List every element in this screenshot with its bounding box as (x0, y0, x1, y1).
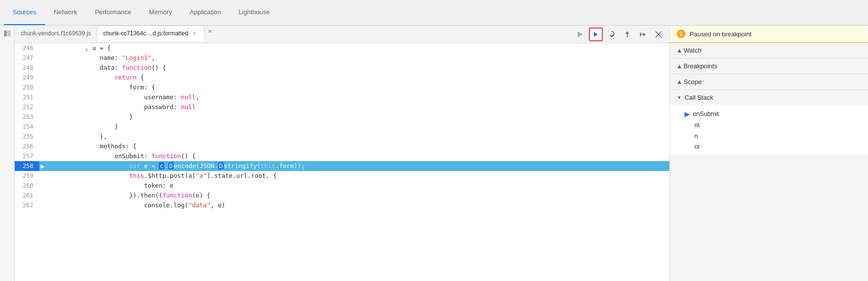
step-out-button[interactable] (620, 28, 634, 41)
line-num-251: 251 (15, 92, 39, 102)
tab-lighthouse[interactable]: Lighthouse (230, 0, 279, 25)
code-area[interactable]: 246 , u = { 247 name: "Login1", 248 data… (15, 43, 669, 281)
code-content-252: password: null (46, 102, 196, 112)
call-stack-item-1[interactable]: nt (685, 120, 861, 131)
code-line-259: 259 this.$http.post(a["a"].state.url.roo… (15, 171, 669, 181)
main-layout: chunk-vendors.f1c69639.js chunk-cc71364c… (0, 26, 868, 281)
call-stack-chevron: ▼ (677, 95, 682, 100)
file-tab-vendors-label: chunk-vendors.f1c69639.js (21, 30, 91, 37)
code-content-262: console.log("data", e) (46, 200, 225, 210)
deactivate-breakpoints-button[interactable] (652, 28, 665, 41)
info-icon: i (677, 29, 686, 38)
scope-header[interactable]: ▶ Scope (670, 74, 868, 89)
file-tab-vendors[interactable]: chunk-vendors.f1c69639.js (15, 26, 97, 41)
tab-sources[interactable]: Sources (4, 0, 45, 25)
code-line-249: 249 return { (15, 73, 669, 83)
code-content-255: }, (46, 132, 107, 141)
svg-marker-3 (594, 32, 598, 37)
line-num-262: 262 (15, 200, 39, 210)
svg-rect-1 (7, 30, 11, 36)
code-content-256: methods: { (46, 141, 137, 151)
code-line-247: 247 name: "Login1", (15, 53, 669, 63)
code-line-261: 261 }).then((function(e) { (15, 191, 669, 200)
code-content-246: , u = { (46, 43, 111, 53)
file-tab-formatted-label: chunk-cc71364c....d.js:formatted (103, 30, 188, 37)
code-line-262: 262 console.log("data", e) (15, 200, 669, 210)
line-num-252: 252 (15, 102, 39, 112)
call-stack-item-0[interactable]: ▶ onSubmit (685, 108, 861, 120)
code-line-254: 254 } (15, 122, 669, 132)
file-tab-formatted[interactable]: chunk-cc71364c....d.js:formatted × (97, 26, 204, 41)
tab-application[interactable]: Application (181, 0, 230, 25)
call-stack-item-2[interactable]: n (685, 131, 861, 141)
code-content-258: var e = c.Dencode(JSON.Dstringify(this.f… (46, 161, 305, 171)
call-stack-arrow-0: ▶ (685, 110, 690, 118)
bp-258: ▶ (39, 161, 46, 171)
step-into-button[interactable] (605, 28, 618, 41)
top-nav: Sources Network Performance Memory Appli… (0, 0, 868, 26)
line-num-261: 261 (15, 191, 39, 200)
call-stack-item-3[interactable]: nt (685, 141, 861, 152)
code-line-255: 255 }, (15, 132, 669, 141)
breakpoints-label: Breakpoints (684, 62, 717, 70)
tab-memory[interactable]: Memory (140, 0, 181, 25)
call-stack-content: ▶ onSubmit nt n nt (670, 105, 868, 155)
line-num-255: 255 (15, 132, 39, 141)
line-num-256: 256 (15, 141, 39, 151)
center-panel: chunk-vendors.f1c69639.js chunk-cc71364c… (15, 26, 669, 281)
line-num-253: 253 (15, 112, 39, 122)
code-content-254: } (46, 122, 118, 132)
line-num-250: 250 (15, 83, 39, 92)
tabs-and-toolbar: chunk-vendors.f1c69639.js chunk-cc71364c… (15, 26, 669, 43)
line-num-246: 246 (15, 43, 39, 53)
code-line-257: 257 onSubmit: function() { (15, 151, 669, 161)
close-tab-icon[interactable]: × (191, 30, 198, 37)
code-content-253: } (46, 112, 133, 122)
tab-network[interactable]: Network (45, 0, 86, 25)
call-stack-header[interactable]: ▼ Call Stack (670, 90, 868, 105)
code-content-257: onSubmit: function() { (46, 151, 196, 161)
watch-label: Watch (684, 47, 701, 54)
more-tabs-button[interactable]: » (204, 26, 216, 43)
svg-rect-0 (4, 30, 7, 36)
paused-notice-text: Paused on breakpoint (689, 30, 751, 38)
paused-notice: i Paused on breakpoint (670, 26, 868, 43)
line-num-259: 259 (15, 171, 39, 181)
call-stack-label-3: nt (685, 143, 699, 150)
resume-icon[interactable] (573, 28, 587, 41)
watch-chevron: ▶ (676, 49, 682, 53)
code-line-251: 251 username: null, (15, 92, 669, 102)
code-content-247: name: "Login1", (46, 53, 155, 63)
watch-header[interactable]: ▶ Watch (670, 43, 868, 58)
step-over-button[interactable] (589, 28, 603, 41)
code-line-258: 258 ▶ var e = c.Dencode(JSON.Dstringify(… (15, 161, 669, 171)
code-line-246: 246 , u = { (15, 43, 669, 53)
line-num-249: 249 (15, 73, 39, 83)
scope-chevron: ▶ (676, 80, 682, 84)
watch-section: ▶ Watch (670, 43, 868, 58)
line-num-258: 258 (15, 161, 39, 171)
tab-performance[interactable]: Performance (86, 0, 140, 25)
line-num-260: 260 (15, 181, 39, 191)
code-content-260: token: e (46, 181, 174, 191)
breakpoints-header[interactable]: ▶ Breakpoints (670, 58, 868, 74)
code-line-248: 248 data: function() { (15, 63, 669, 73)
line-num-257: 257 (15, 151, 39, 161)
call-stack-label-0: onSubmit (693, 111, 719, 117)
debug-toolbar (569, 28, 669, 41)
right-panel: i Paused on breakpoint ▶ Watch ▶ Breakpo… (669, 26, 868, 281)
tabs-area: chunk-vendors.f1c69639.js chunk-cc71364c… (15, 26, 569, 43)
svg-marker-2 (578, 31, 583, 37)
code-content-251: username: null, (46, 92, 200, 102)
code-line-260: 260 token: e (15, 181, 669, 191)
call-stack-label-2: n (685, 133, 698, 140)
line-num-247: 247 (15, 53, 39, 63)
line-num-248: 248 (15, 63, 39, 73)
toggle-sidebar-icon[interactable] (3, 29, 11, 37)
scope-section: ▶ Scope (670, 74, 868, 90)
code-content-259: this.$http.post(a["a"].state.url.root, { (46, 171, 277, 181)
step-button[interactable] (636, 28, 650, 41)
code-line-253: 253 } (15, 112, 669, 122)
code-line-256: 256 methods: { (15, 141, 669, 151)
call-stack-section: ▼ Call Stack ▶ onSubmit nt n nt (670, 90, 868, 156)
